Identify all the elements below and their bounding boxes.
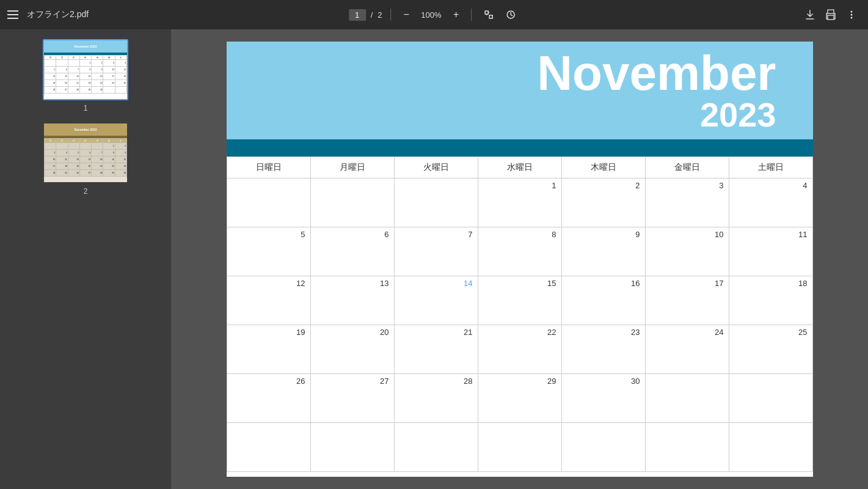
zoom-in-button[interactable]: + — [450, 7, 462, 23]
page-thumb-1[interactable]: November 2023 日月火水木金土 1234 567891011 121… — [7, 39, 164, 112]
day-number: 9 — [635, 230, 640, 239]
history-button[interactable] — [502, 7, 519, 22]
zoom-out-button[interactable]: − — [400, 7, 413, 23]
calendar-page: November 2023 日曜日 月曜日 火曜日 水曜日 木曜日 金曜日 土曜… — [227, 42, 813, 477]
calendar-cell — [478, 423, 561, 472]
menu-icon[interactable] — [7, 10, 18, 19]
calendar-cell: 4 — [729, 178, 812, 227]
thumb-image-2: December 2023 日月火水木金土 12 3456789 1011121… — [43, 122, 128, 183]
calendar-cell: 14 — [394, 276, 478, 325]
day-number: 27 — [380, 377, 388, 386]
calendar-subheader — [227, 139, 813, 156]
page-current-input[interactable] — [349, 9, 366, 21]
toolbar-left: オフライン2.pdf — [7, 9, 89, 20]
day-number: 8 — [552, 230, 556, 239]
weekday-fri: 金曜日 — [645, 157, 729, 178]
svg-rect-7 — [828, 15, 834, 20]
calendar-cell — [310, 178, 394, 227]
day-number: 15 — [547, 279, 556, 288]
calendar-cell: 28 — [394, 374, 478, 423]
print-button[interactable] — [822, 7, 840, 23]
svg-point-9 — [851, 11, 853, 13]
calendar-cell: 22 — [478, 325, 561, 374]
day-number: 26 — [296, 377, 305, 386]
weekday-mon: 月曜日 — [310, 157, 394, 178]
fit-page-button[interactable] — [480, 7, 497, 22]
toolbar: オフライン2.pdf / 2 − 100% + — [0, 0, 868, 29]
calendar-cell: 15 — [478, 276, 561, 325]
more-options-button[interactable] — [842, 7, 861, 23]
calendar-cell: 6 — [310, 227, 394, 276]
calendar-cell — [227, 423, 310, 472]
day-number: 23 — [631, 328, 640, 337]
day-number: 30 — [631, 377, 640, 386]
file-title: オフライン2.pdf — [27, 9, 89, 20]
calendar-cell: 8 — [478, 227, 561, 276]
calendar-cell: 21 — [394, 325, 478, 374]
thumb-image-1: November 2023 日月火水木金土 1234 567891011 121… — [43, 39, 128, 100]
calendar-cell: 12 — [227, 276, 310, 325]
day-number: 10 — [715, 230, 723, 239]
calendar-cell: 23 — [561, 325, 645, 374]
content-area[interactable]: November 2023 日曜日 月曜日 火曜日 水曜日 木曜日 金曜日 土曜… — [171, 29, 868, 489]
calendar-cell: 29 — [478, 374, 561, 423]
calendar-cell: 9 — [561, 227, 645, 276]
calendar-cell: 20 — [310, 325, 394, 374]
day-number: 12 — [296, 279, 305, 288]
calendar-cell: 1 — [478, 178, 561, 227]
day-number: 18 — [798, 279, 807, 288]
day-number: 7 — [468, 230, 472, 239]
toolbar-center: / 2 − 100% + — [349, 7, 520, 23]
day-number: 22 — [547, 328, 556, 337]
calendar-grid: 日曜日 月曜日 火曜日 水曜日 木曜日 金曜日 土曜日 123456789101… — [227, 156, 813, 472]
thumb-label-1: 1 — [84, 104, 88, 112]
calendar-cell: 2 — [561, 178, 645, 227]
calendar-cell: 13 — [310, 276, 394, 325]
svg-rect-1 — [489, 15, 492, 18]
page-thumb-2[interactable]: December 2023 日月火水木金土 12 3456789 1011121… — [7, 122, 164, 196]
svg-rect-6 — [828, 10, 834, 13]
calendar-cell: 3 — [645, 178, 729, 227]
calendar-header: November 2023 — [227, 42, 813, 139]
sidebar: November 2023 日月火水木金土 1234 567891011 121… — [0, 29, 171, 489]
calendar-cell — [729, 374, 812, 423]
weekday-thu: 木曜日 — [561, 157, 645, 178]
day-number: 5 — [301, 230, 305, 239]
download-button[interactable] — [801, 7, 819, 23]
day-number: 14 — [464, 279, 472, 288]
day-number: 16 — [631, 279, 640, 288]
calendar-cell: 17 — [645, 276, 729, 325]
calendar-cell: 11 — [729, 227, 812, 276]
calendar-cell: 18 — [729, 276, 812, 325]
thumb-label-2: 2 — [84, 187, 88, 196]
calendar-cell: 30 — [561, 374, 645, 423]
calendar-cell: 16 — [561, 276, 645, 325]
page-total: 2 — [377, 10, 382, 20]
day-number: 3 — [719, 181, 723, 190]
calendar-year: 2023 — [700, 98, 776, 132]
day-number: 19 — [296, 328, 305, 337]
svg-point-8 — [833, 15, 834, 16]
calendar-cell: 26 — [227, 374, 310, 423]
day-number: 2 — [635, 181, 640, 190]
svg-point-11 — [851, 17, 853, 19]
day-number: 4 — [803, 181, 807, 190]
calendar-cell — [310, 423, 394, 472]
zoom-level: 100% — [418, 10, 445, 20]
day-number: 13 — [380, 279, 388, 288]
main-area: November 2023 日月火水木金土 1234 567891011 121… — [0, 29, 868, 489]
page-separator: / — [371, 10, 373, 20]
calendar-cell: 10 — [645, 227, 729, 276]
day-number: 25 — [798, 328, 807, 337]
svg-point-10 — [851, 14, 853, 16]
day-number: 20 — [380, 328, 388, 337]
calendar-cell: 19 — [227, 325, 310, 374]
day-number: 11 — [798, 230, 807, 239]
calendar-cell — [645, 374, 729, 423]
calendar-cell — [394, 423, 478, 472]
calendar-cell — [645, 423, 729, 472]
day-number: 21 — [464, 328, 472, 337]
calendar-month: November — [537, 49, 776, 98]
svg-rect-0 — [485, 11, 488, 14]
calendar-cell: 7 — [394, 227, 478, 276]
